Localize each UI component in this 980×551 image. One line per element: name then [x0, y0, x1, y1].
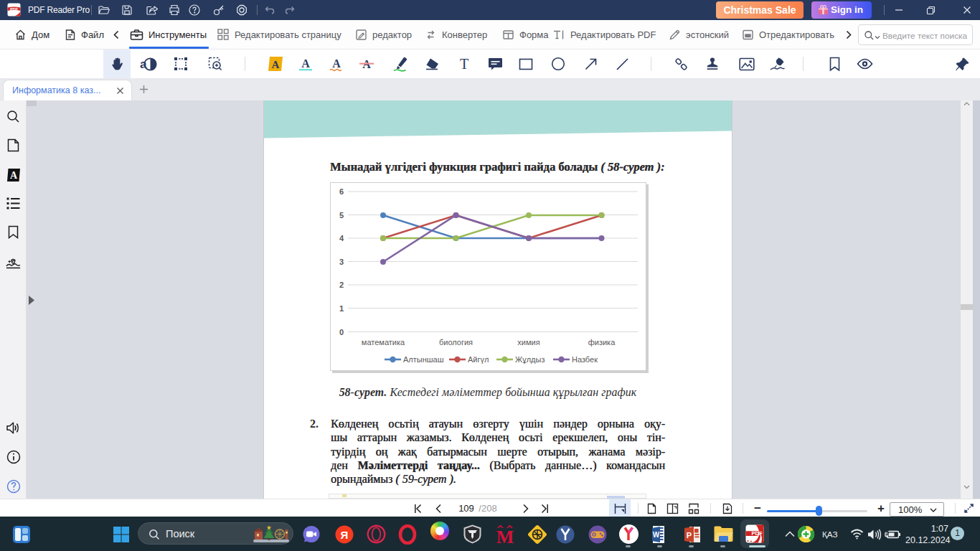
svg-text:A: A: [332, 57, 341, 70]
svg-text:3: 3: [339, 258, 344, 266]
svg-text:PDF: PDF: [10, 7, 19, 11]
svg-text:4: 4: [339, 234, 344, 242]
svg-text:физика: физика: [588, 338, 616, 347]
svg-text:W: W: [652, 531, 659, 539]
svg-text:2: 2: [339, 281, 344, 289]
svg-text:биология: биология: [439, 338, 473, 347]
svg-text:Назбек: Назбек: [572, 355, 598, 364]
svg-text:Алтыншаш: Алтыншаш: [403, 355, 444, 364]
svg-text:Айгүл: Айгүл: [468, 355, 489, 364]
svg-text:Жұлдыз: Жұлдыз: [515, 355, 545, 364]
svg-text:a: a: [140, 57, 147, 71]
svg-text:1: 1: [339, 304, 344, 313]
svg-text:T: T: [460, 57, 468, 71]
svg-text:PDF: PDF: [752, 530, 763, 537]
svg-text:химия: химия: [517, 338, 540, 347]
svg-text:М: М: [496, 527, 514, 545]
svg-text:математика: математика: [362, 338, 405, 347]
svg-text:0: 0: [339, 328, 344, 336]
svg-text:A: A: [301, 57, 310, 70]
svg-text:5: 5: [339, 211, 344, 220]
svg-text:A: A: [9, 170, 17, 181]
svg-text:A: A: [272, 59, 280, 70]
svg-text:P: P: [686, 530, 691, 539]
svg-text:6: 6: [339, 187, 344, 196]
svg-text:Я: Я: [340, 528, 348, 540]
